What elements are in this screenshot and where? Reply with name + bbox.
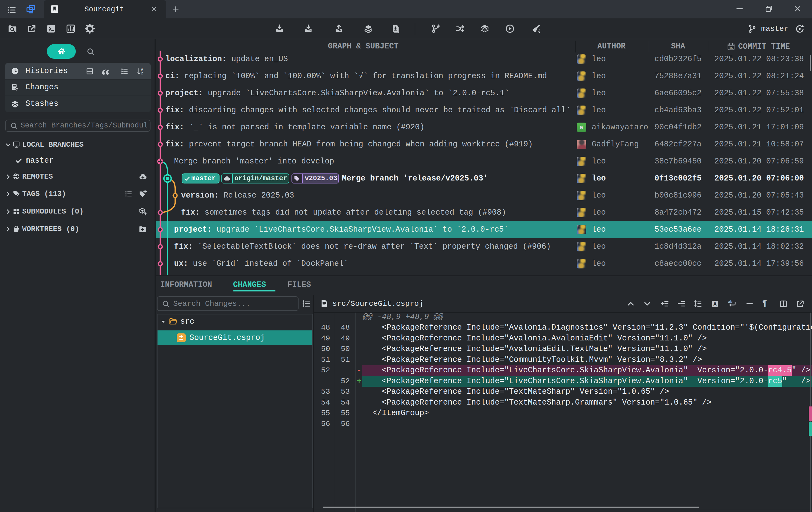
svg-text:ab: ab	[728, 300, 732, 304]
svg-text:A: A	[141, 68, 143, 71]
svg-text:Z: Z	[141, 71, 143, 75]
svg-text:15: 15	[729, 46, 733, 50]
svg-text:A: A	[713, 301, 717, 307]
